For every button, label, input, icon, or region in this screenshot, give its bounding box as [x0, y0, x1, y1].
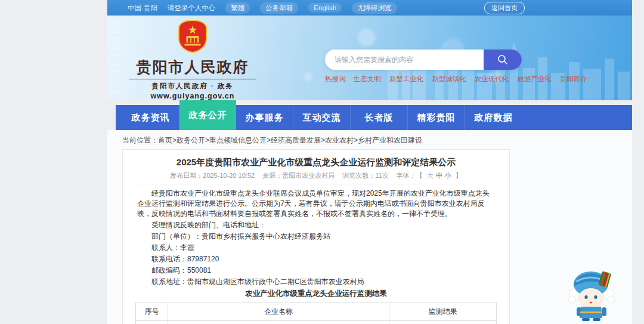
nav-tab-services[interactable]: 办事服务: [236, 105, 293, 130]
article-paragraph: 受理情况反映的部门、电话和地址：: [137, 220, 495, 230]
search-area: 热搜词: 生态文明 新型工业化 新型城镇化 农业现代化 旅游产业化 贵阳简介: [325, 50, 522, 84]
nav-tab-disclosure[interactable]: 政务公开: [179, 100, 236, 130]
search-icon: [497, 54, 509, 66]
contact-phone: 联系电话：87987120: [137, 254, 495, 264]
national-emblem-icon: [177, 19, 209, 54]
results-table-title: 农业产业化市级重点龙头企业运行监测结果: [123, 289, 509, 299]
hot-word-link[interactable]: 新型城镇化: [432, 75, 466, 84]
contact-address: 联系地址：贵阳市观山湖区市级行政中心二期C区贵阳市农业农村局: [137, 277, 495, 287]
article-paragraph: 经贵阳市农业产业化市级重点龙头企业联席会议成员单位审定，现对2025年开展的农业…: [137, 189, 495, 219]
font-size-label: 字体：【: [397, 172, 423, 179]
site-logo[interactable]: 贵阳市人民政府 贵阳市人民政府 · 政务 www.guiyang.gov.cn: [124, 19, 261, 100]
search-button[interactable]: [484, 50, 522, 70]
breadcrumb-label: 当前位置：: [122, 136, 158, 144]
hot-word-link[interactable]: 新型工业化: [389, 75, 424, 84]
article-card: 2025年度贵阳市农业产业化市级重点龙头企业运行监测和评定结果公示 发布日期：2…: [122, 149, 510, 324]
hot-word-link[interactable]: 农业现代化: [475, 75, 509, 84]
content-area: 当前位置：首页>政务公开>重点领域信息公开>经济高质量发展>农业农村>乡村产业和…: [107, 130, 632, 324]
hot-search-words: 热搜词: 生态文明 新型工业化 新型城镇化 农业现代化 旅游产业化 贵阳简介: [325, 75, 522, 84]
nav-tab-news[interactable]: 政务资讯: [122, 105, 179, 130]
contact-postcode: 邮政编码：550081: [137, 266, 495, 276]
cell-result: 合格: [389, 321, 497, 324]
article-body: 经贵阳市农业产业化市级重点龙头企业联席会议成员单位审定，现对2025年开展的农业…: [123, 184, 509, 287]
hot-word-link[interactable]: 旅游产业化: [517, 75, 552, 84]
decor-bokeh: [358, 29, 376, 47]
contact-person: 联系人：李霞: [137, 243, 495, 253]
table-row: 1 贵州合力超市采购有限公司 合格: [136, 321, 497, 324]
table-header-row: 序号 企业名称 监测结果: [136, 303, 497, 321]
hot-word-link[interactable]: 贵阳简介: [560, 75, 587, 84]
site-subtitle: 贵阳市人民政府 · 政务: [129, 79, 256, 91]
banner: 贵阳市人民政府 贵阳市人民政府 · 政务 www.guiyang.gov.cn …: [107, 16, 632, 100]
topbar-mailbox-link[interactable]: 公务邮箱: [260, 2, 298, 14]
back-home-button[interactable]: 返回首页: [484, 2, 525, 14]
topbar-english-link[interactable]: English: [308, 3, 342, 13]
contact-department: 部门（单位）：贵阳市乡村振兴服务中心农村经济服务站: [137, 232, 495, 242]
view-count: 浏览次数：11次: [342, 172, 388, 179]
header-no: 序号: [136, 303, 168, 321]
nav-tabs: 政务资讯 政务公开 办事服务 互动交流 长者版 精彩贵阳 政府数据: [122, 100, 522, 130]
article-title: 2025年度贵阳市农业产业化市级重点龙头企业运行监测和评定结果公示: [141, 156, 491, 168]
mascot-icon: [564, 264, 619, 322]
decor-bokeh: [304, 73, 312, 81]
article-meta: 发布日期：2025-10-20 10:52 来源：贵阳市农业农村局 浏览次数：1…: [132, 171, 500, 184]
search-box: [325, 50, 522, 70]
hot-word-link[interactable]: 生态文明: [354, 75, 381, 84]
font-size-medium-button[interactable]: 中: [436, 172, 442, 179]
nav-tab-senior[interactable]: 长者版: [351, 105, 408, 130]
topbar-login-link[interactable]: 请登录个人中心: [168, 4, 216, 13]
header-company: 企业名称: [168, 303, 389, 321]
cell-company: 贵州合力超市采购有限公司: [168, 321, 389, 324]
site-title: 贵阳市人民政府: [124, 57, 261, 77]
nav-tab-highlights[interactable]: 精彩贵阳: [408, 105, 465, 130]
breadcrumb: 当前位置：首页>政务公开>重点领域信息公开>经济高质量发展>农业农村>乡村产业和…: [107, 130, 632, 149]
search-input[interactable]: [325, 50, 484, 70]
nav-tab-data[interactable]: 政府数据: [465, 105, 522, 130]
results-table: 序号 企业名称 监测结果 1 贵州合力超市采购有限公司 合格 2 贵州友禾种业有…: [135, 303, 497, 324]
topbar-traditional-link[interactable]: 繁體: [225, 2, 250, 14]
topbar-region-link[interactable]: 中国·贵阳: [128, 4, 157, 13]
publish-date: 发布日期：2025-10-20 10:52: [170, 172, 255, 179]
hot-words-label: 热搜词:: [325, 75, 348, 84]
breadcrumb-trail[interactable]: 首页>政务公开>重点领域信息公开>经济高质量发展>农业农村>乡村产业和农田建设: [158, 136, 422, 144]
mascot[interactable]: [564, 264, 619, 322]
site-url: www.guiyang.gov.cn: [124, 92, 261, 100]
font-size-small-button[interactable]: 小: [445, 172, 451, 179]
font-size-label-end: 】: [456, 172, 462, 179]
site-page: 中国·贵阳 请登录个人中心 繁體 公务邮箱 English 无障碍浏览 返回首页: [107, 0, 632, 324]
topbar-inner: 中国·贵阳 请登录个人中心 繁體 公务邮箱 English 无障碍浏览 返回首页: [107, 2, 525, 14]
font-size-large-button[interactable]: 大: [427, 172, 434, 179]
main-nav: 政务资讯 政务公开 办事服务 互动交流 长者版 精彩贵阳 政府数据: [107, 100, 632, 130]
cell-no: 1: [136, 321, 168, 324]
decor-lines: [111, 21, 119, 93]
article-source: 来源：贵阳市农业农村局: [262, 172, 335, 179]
nav-tab-interaction[interactable]: 互动交流: [293, 105, 351, 130]
topbar: 中国·贵阳 请登录个人中心 繁體 公务邮箱 English 无障碍浏览 返回首页: [107, 0, 632, 16]
header-result: 监测结果: [389, 303, 497, 321]
topbar-accessibility-link[interactable]: 无障碍浏览: [352, 2, 397, 14]
